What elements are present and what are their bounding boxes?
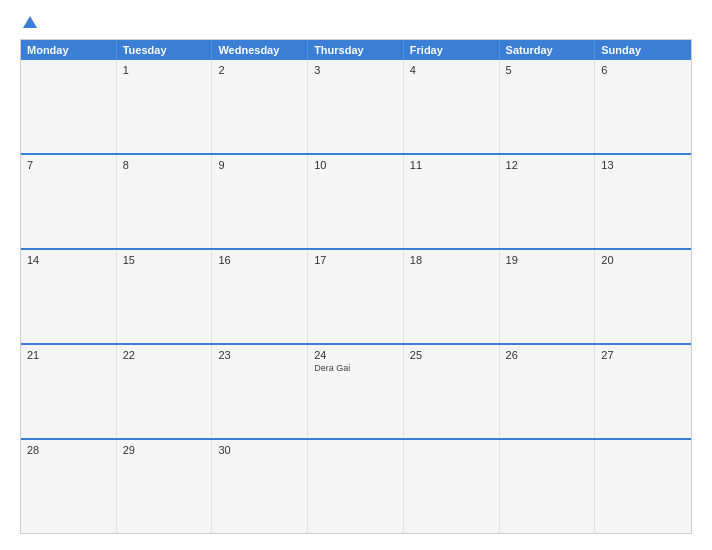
day-cell: 1 [117,60,213,153]
day-header-monday: Monday [21,40,117,60]
day-cell: 17 [308,250,404,343]
day-cell: 28 [21,440,117,533]
day-number: 21 [27,349,39,361]
week-row-1: 123456 [21,60,691,153]
day-cell: 6 [595,60,691,153]
day-number: 15 [123,254,135,266]
day-cell: 30 [212,440,308,533]
day-cell: 11 [404,155,500,248]
day-header-tuesday: Tuesday [117,40,213,60]
day-number: 9 [218,159,224,171]
calendar-grid: MondayTuesdayWednesdayThursdayFridaySatu… [20,39,692,534]
day-cell: 2 [212,60,308,153]
days-header: MondayTuesdayWednesdayThursdayFridaySatu… [21,40,691,60]
week-row-3: 14151617181920 [21,248,691,343]
day-cell: 20 [595,250,691,343]
day-number: 2 [218,64,224,76]
logo [20,16,37,29]
day-number: 22 [123,349,135,361]
day-number: 14 [27,254,39,266]
day-cell: 19 [500,250,596,343]
day-cell [500,440,596,533]
day-cell: 14 [21,250,117,343]
day-cell: 7 [21,155,117,248]
day-cell: 5 [500,60,596,153]
day-number: 3 [314,64,320,76]
day-header-thursday: Thursday [308,40,404,60]
week-row-2: 78910111213 [21,153,691,248]
day-header-saturday: Saturday [500,40,596,60]
day-cell: 15 [117,250,213,343]
calendar-page: MondayTuesdayWednesdayThursdayFridaySatu… [0,0,712,550]
day-cell [21,60,117,153]
day-cell: 22 [117,345,213,438]
week-row-4: 21222324Dera Gai252627 [21,343,691,438]
day-cell: 3 [308,60,404,153]
day-cell: 27 [595,345,691,438]
day-header-friday: Friday [404,40,500,60]
day-number: 24 [314,349,326,361]
day-cell: 18 [404,250,500,343]
day-number: 30 [218,444,230,456]
header [20,16,692,29]
day-cell: 12 [500,155,596,248]
day-number: 7 [27,159,33,171]
day-number: 26 [506,349,518,361]
day-number: 13 [601,159,613,171]
day-number: 18 [410,254,422,266]
day-cell: 9 [212,155,308,248]
day-number: 12 [506,159,518,171]
day-number: 1 [123,64,129,76]
day-header-wednesday: Wednesday [212,40,308,60]
day-number: 4 [410,64,416,76]
day-cell: 4 [404,60,500,153]
day-cell: 26 [500,345,596,438]
day-number: 23 [218,349,230,361]
day-cell: 24Dera Gai [308,345,404,438]
day-number: 20 [601,254,613,266]
day-number: 10 [314,159,326,171]
event-text: Dera Gai [314,363,350,373]
day-cell: 10 [308,155,404,248]
day-cell: 21 [21,345,117,438]
day-cell [404,440,500,533]
day-number: 19 [506,254,518,266]
day-cell: 8 [117,155,213,248]
day-number: 8 [123,159,129,171]
day-cell [595,440,691,533]
day-number: 11 [410,159,422,171]
day-number: 5 [506,64,512,76]
day-number: 29 [123,444,135,456]
day-number: 28 [27,444,39,456]
day-number: 17 [314,254,326,266]
day-cell [308,440,404,533]
day-cell: 29 [117,440,213,533]
weeks-container: 123456789101112131415161718192021222324D… [21,60,691,533]
day-number: 6 [601,64,607,76]
day-cell: 13 [595,155,691,248]
day-cell: 25 [404,345,500,438]
day-number: 27 [601,349,613,361]
day-number: 16 [218,254,230,266]
logo-triangle-icon [23,16,37,28]
day-cell: 16 [212,250,308,343]
week-row-5: 282930 [21,438,691,533]
day-header-sunday: Sunday [595,40,691,60]
day-cell: 23 [212,345,308,438]
day-number: 25 [410,349,422,361]
